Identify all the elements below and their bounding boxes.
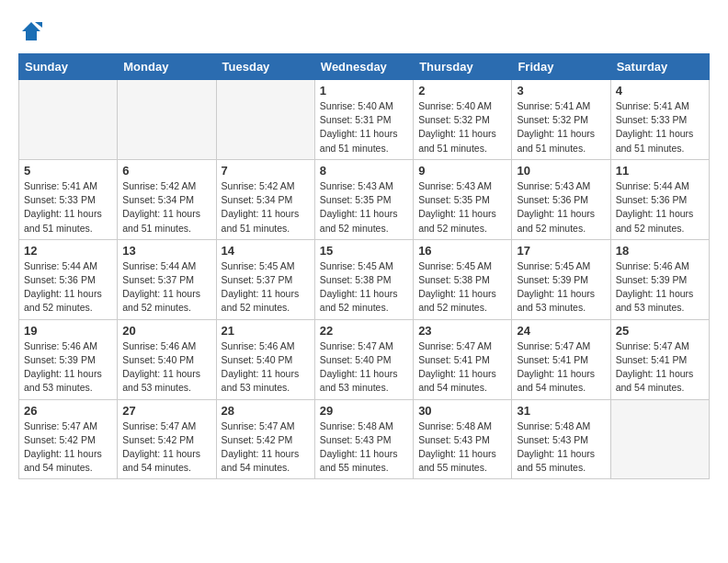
calendar-cell: 31Sunrise: 5:48 AM Sunset: 5:43 PM Dayli… (512, 399, 610, 479)
day-info: Sunrise: 5:43 AM Sunset: 5:35 PM Dayligh… (320, 179, 408, 236)
day-number: 9 (418, 164, 506, 178)
calendar-cell (118, 80, 216, 160)
day-number: 26 (24, 404, 112, 418)
day-info: Sunrise: 5:47 AM Sunset: 5:42 PM Dayligh… (222, 419, 310, 476)
day-header-thursday: Thursday (414, 54, 512, 80)
calendar-cell: 25Sunrise: 5:47 AM Sunset: 5:41 PM Dayli… (610, 319, 709, 399)
day-info: Sunrise: 5:44 AM Sunset: 5:36 PM Dayligh… (616, 179, 704, 236)
day-info: Sunrise: 5:47 AM Sunset: 5:41 PM Dayligh… (517, 339, 605, 396)
calendar-cell: 13Sunrise: 5:44 AM Sunset: 5:37 PM Dayli… (118, 239, 216, 319)
day-info: Sunrise: 5:46 AM Sunset: 5:40 PM Dayligh… (122, 339, 210, 396)
calendar-cell: 29Sunrise: 5:48 AM Sunset: 5:43 PM Dayli… (314, 399, 413, 479)
day-number: 7 (222, 164, 310, 178)
calendar-cell: 9Sunrise: 5:43 AM Sunset: 5:35 PM Daylig… (414, 159, 512, 239)
day-info: Sunrise: 5:44 AM Sunset: 5:37 PM Dayligh… (122, 259, 210, 316)
calendar-week-row: 5Sunrise: 5:41 AM Sunset: 5:33 PM Daylig… (19, 159, 710, 239)
day-number: 16 (418, 244, 506, 258)
day-info: Sunrise: 5:46 AM Sunset: 5:39 PM Dayligh… (616, 259, 704, 316)
day-number: 14 (222, 244, 310, 258)
day-number: 11 (616, 164, 704, 178)
day-number: 27 (122, 404, 210, 418)
day-info: Sunrise: 5:45 AM Sunset: 5:38 PM Dayligh… (418, 259, 506, 316)
day-number: 31 (517, 404, 605, 418)
day-number: 4 (616, 84, 704, 98)
calendar: SundayMondayTuesdayWednesdayThursdayFrid… (18, 53, 710, 479)
logo (18, 18, 48, 44)
calendar-cell: 2Sunrise: 5:40 AM Sunset: 5:32 PM Daylig… (414, 80, 512, 160)
calendar-cell: 3Sunrise: 5:41 AM Sunset: 5:32 PM Daylig… (512, 80, 610, 160)
day-info: Sunrise: 5:47 AM Sunset: 5:41 PM Dayligh… (418, 339, 506, 396)
calendar-cell: 16Sunrise: 5:45 AM Sunset: 5:38 PM Dayli… (414, 239, 512, 319)
day-header-tuesday: Tuesday (216, 54, 314, 80)
day-number: 25 (616, 324, 704, 338)
day-number: 20 (122, 324, 210, 338)
day-info: Sunrise: 5:47 AM Sunset: 5:40 PM Dayligh… (320, 339, 408, 396)
logo-icon (18, 18, 44, 44)
calendar-week-row: 1Sunrise: 5:40 AM Sunset: 5:31 PM Daylig… (19, 80, 710, 160)
day-header-sunday: Sunday (19, 54, 118, 80)
day-number: 23 (418, 324, 506, 338)
calendar-cell: 21Sunrise: 5:46 AM Sunset: 5:40 PM Dayli… (216, 319, 314, 399)
calendar-cell (216, 80, 314, 160)
day-number: 13 (122, 244, 210, 258)
day-number: 30 (418, 404, 506, 418)
day-info: Sunrise: 5:43 AM Sunset: 5:35 PM Dayligh… (418, 179, 506, 236)
calendar-week-row: 19Sunrise: 5:46 AM Sunset: 5:39 PM Dayli… (19, 319, 710, 399)
day-info: Sunrise: 5:46 AM Sunset: 5:40 PM Dayligh… (222, 339, 310, 396)
calendar-cell: 17Sunrise: 5:45 AM Sunset: 5:39 PM Dayli… (512, 239, 610, 319)
calendar-week-row: 26Sunrise: 5:47 AM Sunset: 5:42 PM Dayli… (19, 399, 710, 479)
day-number: 6 (122, 164, 210, 178)
calendar-cell: 19Sunrise: 5:46 AM Sunset: 5:39 PM Dayli… (19, 319, 118, 399)
day-info: Sunrise: 5:46 AM Sunset: 5:39 PM Dayligh… (24, 339, 112, 396)
day-info: Sunrise: 5:47 AM Sunset: 5:42 PM Dayligh… (122, 419, 210, 476)
day-header-saturday: Saturday (610, 54, 709, 80)
calendar-cell: 12Sunrise: 5:44 AM Sunset: 5:36 PM Dayli… (19, 239, 118, 319)
day-info: Sunrise: 5:41 AM Sunset: 5:32 PM Dayligh… (517, 99, 605, 155)
calendar-cell: 10Sunrise: 5:43 AM Sunset: 5:36 PM Dayli… (512, 159, 610, 239)
day-info: Sunrise: 5:40 AM Sunset: 5:31 PM Dayligh… (320, 99, 408, 155)
day-info: Sunrise: 5:40 AM Sunset: 5:32 PM Dayligh… (418, 99, 506, 155)
day-number: 22 (320, 324, 408, 338)
calendar-header-row: SundayMondayTuesdayWednesdayThursdayFrid… (19, 54, 710, 80)
day-info: Sunrise: 5:45 AM Sunset: 5:38 PM Dayligh… (320, 259, 408, 316)
day-number: 18 (616, 244, 704, 258)
day-number: 2 (418, 84, 506, 98)
day-number: 8 (320, 164, 408, 178)
day-number: 5 (24, 164, 112, 178)
calendar-cell: 14Sunrise: 5:45 AM Sunset: 5:37 PM Dayli… (216, 239, 314, 319)
day-info: Sunrise: 5:41 AM Sunset: 5:33 PM Dayligh… (24, 179, 112, 236)
calendar-cell: 1Sunrise: 5:40 AM Sunset: 5:31 PM Daylig… (314, 80, 413, 160)
calendar-cell: 6Sunrise: 5:42 AM Sunset: 5:34 PM Daylig… (118, 159, 216, 239)
calendar-week-row: 12Sunrise: 5:44 AM Sunset: 5:36 PM Dayli… (19, 239, 710, 319)
day-header-wednesday: Wednesday (314, 54, 413, 80)
day-info: Sunrise: 5:42 AM Sunset: 5:34 PM Dayligh… (122, 179, 210, 236)
calendar-cell: 7Sunrise: 5:42 AM Sunset: 5:34 PM Daylig… (216, 159, 314, 239)
day-info: Sunrise: 5:47 AM Sunset: 5:42 PM Dayligh… (24, 419, 112, 476)
day-info: Sunrise: 5:48 AM Sunset: 5:43 PM Dayligh… (320, 419, 408, 476)
calendar-cell: 30Sunrise: 5:48 AM Sunset: 5:43 PM Dayli… (414, 399, 512, 479)
day-info: Sunrise: 5:48 AM Sunset: 5:43 PM Dayligh… (418, 419, 506, 476)
calendar-cell: 15Sunrise: 5:45 AM Sunset: 5:38 PM Dayli… (314, 239, 413, 319)
day-number: 21 (222, 324, 310, 338)
day-number: 17 (517, 244, 605, 258)
day-info: Sunrise: 5:44 AM Sunset: 5:36 PM Dayligh… (24, 259, 112, 316)
calendar-cell: 8Sunrise: 5:43 AM Sunset: 5:35 PM Daylig… (314, 159, 413, 239)
calendar-cell: 20Sunrise: 5:46 AM Sunset: 5:40 PM Dayli… (118, 319, 216, 399)
calendar-cell: 11Sunrise: 5:44 AM Sunset: 5:36 PM Dayli… (610, 159, 709, 239)
day-number: 12 (24, 244, 112, 258)
day-number: 10 (517, 164, 605, 178)
day-info: Sunrise: 5:45 AM Sunset: 5:39 PM Dayligh… (517, 259, 605, 316)
day-header-monday: Monday (118, 54, 216, 80)
calendar-cell: 22Sunrise: 5:47 AM Sunset: 5:40 PM Dayli… (314, 319, 413, 399)
calendar-cell: 26Sunrise: 5:47 AM Sunset: 5:42 PM Dayli… (19, 399, 118, 479)
calendar-cell: 28Sunrise: 5:47 AM Sunset: 5:42 PM Dayli… (216, 399, 314, 479)
day-header-friday: Friday (512, 54, 610, 80)
page-header (18, 18, 710, 44)
day-number: 15 (320, 244, 408, 258)
calendar-cell (610, 399, 709, 479)
calendar-cell: 18Sunrise: 5:46 AM Sunset: 5:39 PM Dayli… (610, 239, 709, 319)
day-number: 19 (24, 324, 112, 338)
calendar-cell: 5Sunrise: 5:41 AM Sunset: 5:33 PM Daylig… (19, 159, 118, 239)
calendar-cell: 4Sunrise: 5:41 AM Sunset: 5:33 PM Daylig… (610, 80, 709, 160)
day-info: Sunrise: 5:43 AM Sunset: 5:36 PM Dayligh… (517, 179, 605, 236)
